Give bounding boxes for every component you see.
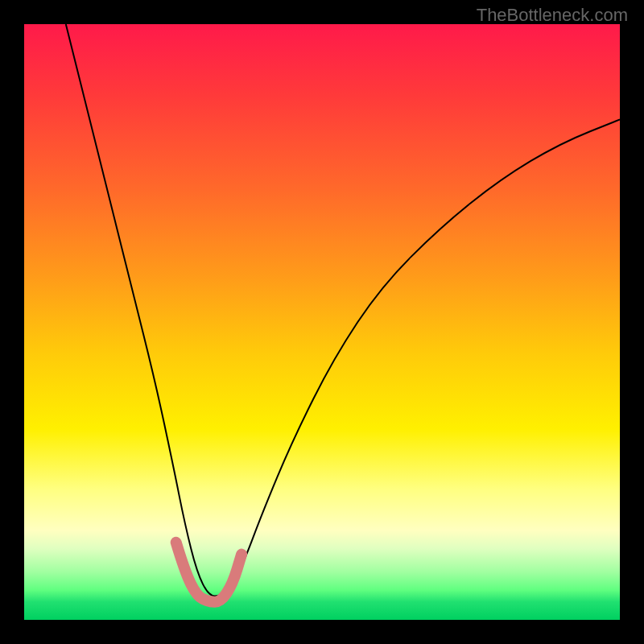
chart-plot-area: [24, 24, 620, 620]
bottleneck-curve-path: [66, 24, 620, 596]
chart-svg: [24, 24, 620, 620]
watermark-text: TheBottleneck.com: [477, 5, 628, 26]
